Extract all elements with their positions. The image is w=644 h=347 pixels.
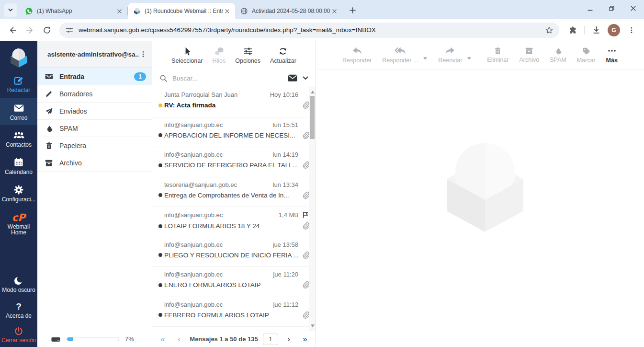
downloads-icon[interactable] — [589, 23, 603, 37]
page-number-input[interactable] — [263, 334, 278, 345]
threads-button[interactable]: Hilos — [212, 46, 226, 64]
message-status[interactable] — [157, 253, 164, 257]
sidebar-item-compose[interactable]: Redactar — [0, 70, 37, 98]
close-tab-icon[interactable] — [330, 7, 339, 15]
sidebar-item-contacts[interactable]: Contactos — [0, 125, 37, 152]
last-page-button[interactable]: » — [299, 335, 311, 343]
list-scrollbar[interactable] — [309, 87, 316, 331]
url-text: webmail.sanjuan.gob.ec/cpsess5462997557/… — [79, 26, 545, 34]
options-button[interactable]: Opciones — [235, 46, 260, 64]
more-button[interactable]: Más — [606, 46, 618, 64]
archive-button[interactable]: Archivo — [519, 46, 539, 63]
extensions-icon[interactable] — [565, 23, 580, 37]
read-dot[interactable] — [158, 313, 162, 317]
mark-button[interactable]: Marcar — [577, 46, 596, 64]
message-status[interactable] — [157, 133, 164, 137]
new-tab-button[interactable] — [346, 4, 359, 16]
profile-avatar[interactable]: G — [608, 24, 620, 36]
message-row[interactable]: info@sanjuan.gob.ec 1,4 MB LOTAIP FORMUL… — [152, 211, 316, 237]
sidebar-item-dark-mode[interactable]: Modo oscuro — [0, 271, 37, 298]
close-window-button[interactable] — [622, 0, 644, 16]
first-page-button[interactable]: « — [157, 335, 169, 343]
unread-dot[interactable] — [158, 104, 162, 107]
search-input[interactable] — [172, 75, 283, 82]
folder-archive[interactable]: Archivo — [37, 154, 152, 172]
scrollbar-thumb[interactable] — [310, 96, 315, 139]
message-subject: Entrega de Comprobantes de Venta de In..… — [164, 192, 298, 199]
tab-actividad[interactable]: Actividad 2024-05-28 08:00:00 — [235, 3, 342, 19]
close-tab-icon[interactable] — [223, 7, 231, 15]
sidebar-item-webmail-home[interactable]: cP Webmail Home — [2, 209, 35, 239]
sidebar-item-calendar[interactable]: Calendario — [0, 152, 37, 180]
search-options-chevron-icon[interactable] — [302, 75, 309, 81]
spam-button[interactable]: SPAM — [550, 46, 566, 63]
reload-button[interactable] — [40, 23, 54, 37]
message-status[interactable] — [157, 283, 164, 287]
folder-inbox[interactable]: Entrada 1 — [37, 68, 152, 85]
sidebar-item-settings[interactable]: Configuraci... — [0, 180, 37, 207]
message-subject: LOTAIP FORMULARIOS 18 Y 24 — [164, 222, 298, 230]
message-status[interactable] — [157, 313, 164, 317]
close-tab-icon[interactable] — [115, 7, 124, 15]
folder-spam[interactable]: SPAM — [37, 120, 152, 137]
search-scope-envelope-icon[interactable] — [288, 74, 297, 82]
flag-icon[interactable] — [298, 211, 310, 219]
message-row[interactable]: info@sanjuan.gob.ec jue 13:58 PLIEGO Y R… — [152, 241, 316, 267]
message-subject: FEBRERO FORMULARIOS LOTAIP — [164, 312, 298, 319]
roundcube-icon — [133, 7, 141, 15]
message-row[interactable]: info@sanjuan.gob.ec lun 14:19 SERVICIO D… — [152, 151, 316, 177]
read-dot[interactable] — [158, 283, 162, 287]
toolbar-divider — [584, 26, 585, 35]
message-row[interactable]: tesoreria@sanjuan.gob.ec lun 13:34 Entre… — [152, 181, 316, 208]
read-dot[interactable] — [158, 163, 162, 167]
minimize-button[interactable] — [579, 0, 601, 16]
scroll-up-arrow[interactable] — [311, 91, 315, 93]
delete-button[interactable]: Eliminar — [487, 46, 508, 63]
forward-caret-icon[interactable] — [467, 57, 472, 60]
browser-menu-icon[interactable] — [624, 23, 639, 37]
message-row[interactable]: info@sanjuan.gob.ec jue 11:12 FEBRERO FO… — [152, 301, 316, 327]
read-dot[interactable] — [158, 224, 162, 228]
attachment-icon — [298, 191, 310, 199]
back-button[interactable] — [5, 23, 20, 37]
bookmark-star-icon[interactable] — [545, 26, 554, 35]
refresh-button[interactable]: Actualizar — [270, 46, 296, 64]
forward-button[interactable]: Reenviar — [438, 46, 462, 64]
search-icon — [159, 74, 168, 82]
sidebar-item-logout[interactable]: Cerrar sesión — [0, 322, 37, 347]
message-status[interactable] — [157, 163, 164, 167]
message-status[interactable] — [157, 193, 164, 197]
quota-progress-fill — [67, 337, 73, 341]
address-bar[interactable]: webmail.sanjuan.gob.ec/cpsess5462997557/… — [59, 23, 559, 38]
select-button[interactable]: Seleccionar — [171, 46, 203, 64]
folder-drafts[interactable]: Borradores — [37, 85, 152, 103]
tab-roundcube[interactable]: (1) Roundcube Webmail :: Entra — [128, 3, 235, 19]
scroll-down-arrow[interactable] — [311, 324, 315, 327]
sidebar-item-mail[interactable]: Correo — [0, 98, 37, 125]
read-dot[interactable] — [158, 193, 162, 197]
message-subject: ENERO FORMULARIOS LOTAIP — [164, 281, 298, 289]
prev-page-button[interactable]: ‹ — [173, 335, 185, 343]
message-row[interactable]: info@sanjuan.gob.ec lun 15:51 APROBACION… — [152, 121, 316, 148]
site-settings-icon[interactable] — [65, 26, 74, 35]
restore-button[interactable] — [601, 0, 622, 16]
folder-sent[interactable]: Enviados — [37, 103, 152, 120]
read-dot[interactable] — [158, 133, 162, 137]
tab-whatsapp[interactable]: (1) WhatsApp — [20, 3, 127, 19]
next-page-button[interactable]: › — [283, 335, 294, 343]
message-row[interactable]: Junta Parroquial San Juan Hoy 10:16 RV: … — [152, 91, 316, 117]
folder-trash[interactable]: Papelera — [37, 137, 152, 154]
forward-button[interactable] — [23, 23, 37, 37]
reply-button[interactable]: Responder — [342, 46, 372, 64]
reply-all-caret-icon[interactable] — [423, 57, 428, 60]
tab-search-button[interactable] — [4, 3, 17, 17]
message-status[interactable] — [157, 104, 164, 107]
attachment-icon — [298, 311, 310, 319]
reply-all-button[interactable]: Responder ... — [382, 46, 418, 64]
message-status[interactable] — [157, 224, 164, 228]
account-menu-icon[interactable] — [139, 50, 147, 58]
whatsapp-icon — [25, 7, 33, 15]
sidebar-item-about[interactable]: ? Acerca de — [0, 298, 37, 322]
read-dot[interactable] — [158, 253, 162, 257]
message-row[interactable]: info@sanjuan.gob.ec jue 11:20 ENERO FORM… — [152, 271, 316, 297]
